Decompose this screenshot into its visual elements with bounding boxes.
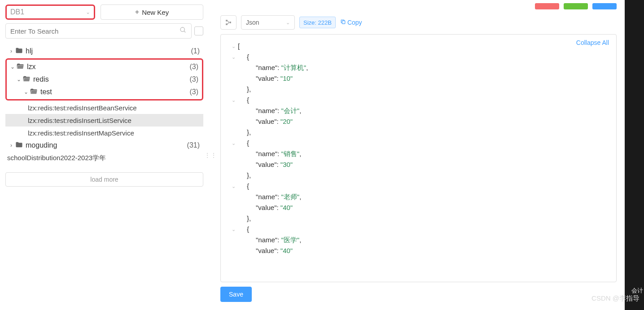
chevron-down-icon[interactable]: ⌄ xyxy=(15,76,23,83)
svg-line-6 xyxy=(228,22,229,24)
tree-folder[interactable]: ›hlj(1) xyxy=(5,45,203,57)
chevron-down-icon: ⌄ xyxy=(86,9,90,15)
tree-folder[interactable]: ⌄redis(3) xyxy=(7,73,202,86)
filter-toggle[interactable] xyxy=(194,26,203,35)
folder-count: (3) xyxy=(189,63,198,71)
new-key-button[interactable]: + New Key xyxy=(101,4,203,20)
chevron-right-icon[interactable]: › xyxy=(7,142,15,148)
collapse-all-button[interactable]: Collapse All xyxy=(576,39,609,46)
new-key-label: New Key xyxy=(142,9,169,16)
json-viewer: ⌄[⌄{"name": "计算机","value": "10"},⌄{"name… xyxy=(229,41,608,256)
chevron-down-icon[interactable]: ⌄ xyxy=(229,224,238,235)
copy-icon xyxy=(340,19,346,26)
tree-key[interactable]: lzx:redis:test:redisInsertBeanService xyxy=(5,101,203,114)
db-selector[interactable]: DB1 ⌄ xyxy=(5,4,95,20)
save-button[interactable]: Save xyxy=(220,287,252,302)
copy-button[interactable]: Copy xyxy=(340,19,362,26)
tree-key[interactable]: schoolDistribution2022-2023学年 xyxy=(5,152,203,164)
folder-count: (3) xyxy=(189,75,198,83)
tree-key[interactable]: lzx:redis:test:redisInsertMapService xyxy=(5,127,203,139)
folder-count: (1) xyxy=(191,47,200,55)
folder-icon xyxy=(15,141,23,149)
svg-rect-7 xyxy=(342,21,345,24)
folder-name: lzx xyxy=(27,63,36,71)
content-panel: Collapse All ⌄[⌄{"name": "计算机","value": … xyxy=(220,34,617,282)
svg-rect-3 xyxy=(226,23,228,25)
tree-folder[interactable]: ⌄lzx(3) xyxy=(7,61,202,73)
tree-view-button[interactable] xyxy=(220,15,237,30)
chevron-down-icon[interactable]: ⌄ xyxy=(229,52,238,62)
chevron-down-icon: ⌄ xyxy=(286,20,290,26)
tree-key[interactable]: lzx:redis:test:redisInsertListService xyxy=(5,114,203,127)
watermark: CSDN @李指导 xyxy=(591,294,640,303)
folder-name: test xyxy=(40,88,52,96)
tree-folder[interactable]: ›moguding(31) xyxy=(5,139,203,152)
chevron-down-icon[interactable]: ⌄ xyxy=(229,138,238,148)
folder-open-icon xyxy=(23,75,31,83)
action-bar xyxy=(220,2,617,11)
plus-icon: + xyxy=(135,8,139,16)
folder-name: moguding xyxy=(26,141,57,149)
svg-line-1 xyxy=(184,31,185,32)
size-badge: Size: 222B xyxy=(299,17,336,28)
folder-icon xyxy=(15,47,23,55)
folder-name: hlj xyxy=(26,47,33,55)
folder-count: (3) xyxy=(189,88,198,96)
chevron-down-icon[interactable]: ⌄ xyxy=(9,64,17,70)
main-panel: Json ⌄ Size: 222B Copy Collapse All ⌄[⌄{… xyxy=(212,0,625,310)
folder-count: (31) xyxy=(187,141,200,149)
delete-button[interactable] xyxy=(535,3,559,9)
svg-line-5 xyxy=(228,21,229,22)
resize-handle[interactable]: ⋮⋮ xyxy=(209,0,212,310)
action-button-green[interactable] xyxy=(564,3,588,9)
svg-point-0 xyxy=(180,27,184,31)
chevron-down-icon[interactable]: ⌄ xyxy=(229,181,238,192)
load-more-button[interactable]: load more xyxy=(5,172,203,187)
chevron-right-icon[interactable]: › xyxy=(7,48,15,54)
format-label: Json xyxy=(246,19,259,26)
copy-label: Copy xyxy=(347,19,362,26)
key-tree: ›hlj(1)⌄lzx(3)⌄redis(3)⌄test(3)lzx:redis… xyxy=(5,45,203,164)
sidebar: DB1 ⌄ + New Key ›hlj(1)⌄lzx(3)⌄redis(3)⌄… xyxy=(0,0,209,310)
search-box xyxy=(5,23,192,39)
tree-folder[interactable]: ⌄test(3) xyxy=(7,86,202,98)
search-icon[interactable] xyxy=(180,26,187,35)
folder-open-icon xyxy=(30,88,38,96)
chevron-down-icon[interactable]: ⌄ xyxy=(22,89,30,95)
folder-open-icon xyxy=(17,63,24,71)
db-label: DB1 xyxy=(10,8,24,16)
watermark-small: 会计 xyxy=(631,287,643,295)
svg-rect-4 xyxy=(229,22,231,23)
chevron-down-icon[interactable]: ⌄ xyxy=(229,41,238,52)
svg-rect-2 xyxy=(226,20,228,22)
action-button-blue[interactable] xyxy=(592,3,617,9)
chevron-down-icon[interactable]: ⌄ xyxy=(229,95,238,105)
format-selector[interactable]: Json ⌄ xyxy=(241,15,295,30)
search-input[interactable] xyxy=(10,27,180,35)
folder-name: redis xyxy=(33,75,49,83)
